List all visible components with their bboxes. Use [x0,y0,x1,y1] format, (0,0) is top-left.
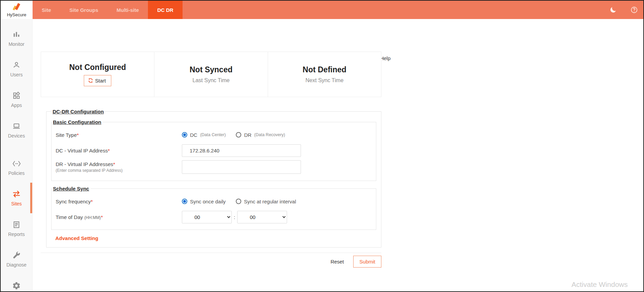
hour-select[interactable]: 00 [182,211,232,223]
dr-virtual-ip-label: DR - Virtual IP Addresses* (Enter comma … [56,161,182,173]
dr-virtual-ip-hint: (Enter comma separated IP Address) [56,168,182,173]
status-title: Not Defined [303,65,346,74]
radio-option-sync-regular-interval[interactable]: Sync at regular interval [236,199,296,204]
dc-virtual-ip-label: DC - Virtual IP Address* [56,148,182,153]
tab-site[interactable]: Site [33,1,60,19]
dark-mode-moon-icon[interactable] [609,6,617,14]
navbar-actions [609,1,643,19]
sidebar-item-label: Diagnose [6,262,26,268]
time-of-day-row: Time of Day (HH:MM)* 00 : 00 [52,209,376,225]
advanced-setting-link[interactable]: Advanced Setting [55,235,98,241]
status-card-next-sync: Not Defined Next Sync Time [268,52,381,97]
help-link[interactable]: Help [380,55,391,61]
time-format-note: (HH:MM) [84,215,101,220]
dr-virtual-ip-input[interactable] [182,160,301,174]
sidebar-item-label: Monitor [8,41,24,47]
sidebar-item-reports[interactable]: Reports [1,217,32,240]
status-subtitle: Next Sync Time [305,77,343,84]
dcdr-configuration-legend: DC-DR Configuration [51,109,105,114]
reset-button[interactable]: Reset [330,259,344,264]
brand-logo: HySecure [1,1,33,19]
sidebar-item-sites[interactable]: Sites [1,187,32,209]
sidebar-item-policies[interactable]: Policies [1,156,32,179]
dr-virtual-ip-row: DR - Virtual IP Addresses* (Enter comma … [52,158,376,176]
tab-site-groups[interactable]: Site Groups [60,1,108,19]
help-circle-icon[interactable] [630,6,638,14]
dc-virtual-ip-input[interactable] [182,144,301,157]
required-asterisk: * [113,161,115,167]
sidebar-item-diagnose[interactable]: Diagnose [1,248,32,270]
sync-frequency-radio-group: Sync once daily Sync at regular interval [182,199,296,204]
required-asterisk: * [91,199,93,204]
status-card-configuration: Not Configured Start [41,52,154,97]
sidebar-item-devices[interactable]: Devices [1,119,32,141]
wrench-icon [12,251,21,260]
sidebar-item-users[interactable]: Users [1,58,32,80]
sync-frequency-label: Sync frequency* [56,199,182,204]
top-bar: HySecure Site Site Groups Multi-site DC … [1,1,643,19]
tab-multi-site[interactable]: Multi-site [108,1,148,19]
dcdr-configuration-fieldset: DC-DR Configuration Basic Configuration … [46,109,381,248]
sidebar-item-settings[interactable]: Settings [1,278,32,292]
sidebar-item-monitor[interactable]: Monitor [1,27,32,50]
radio-option-dc[interactable]: DC (Data Center) [182,132,226,138]
sidebar-item-label: Reports [8,232,25,237]
schedule-sync-fieldset: Schedule Sync Sync frequency* Sync once … [51,186,376,230]
sidebar-item-label: Apps [11,103,22,108]
minute-select[interactable]: 00 [237,211,287,223]
activate-windows-watermark: Activate Windows [571,280,628,289]
radio-sync-regular-interval[interactable] [236,199,241,204]
app-window: HySecure Site Site Groups Multi-site DC … [0,0,644,292]
user-icon [12,60,21,70]
hysecure-logo-icon [11,2,22,12]
basic-configuration-legend: Basic Configuration [52,119,103,125]
bar-chart-icon [12,30,21,39]
basic-configuration-fieldset: Basic Configuration Site Type* DC (Data … [51,119,376,181]
time-separator: : [234,214,235,220]
tab-dc-dr[interactable]: DC DR [148,1,183,19]
radio-option-sync-once-daily[interactable]: Sync once daily [182,199,226,204]
sidebar-item-label: Sites [11,201,22,206]
required-asterisk: * [101,214,103,220]
laptop-icon [12,122,21,131]
dc-virtual-ip-row: DC - Virtual IP Address* [52,143,376,158]
status-title: Not Configured [69,63,126,72]
site-type-label: Site Type* [56,132,182,138]
site-type-row: Site Type* DC (Data Center) DR [52,127,376,143]
submit-button[interactable]: Submit [353,256,381,268]
sidebar-item-apps[interactable]: Apps [1,88,32,111]
time-of-day-controls: 00 : 00 [182,211,287,223]
radio-option-dr[interactable]: DR (Data Recovery) [236,132,285,138]
required-asterisk: * [108,148,110,153]
form-footer-actions: Reset Submit [41,256,381,268]
document-icon [12,220,21,229]
gear-icon [12,281,21,290]
apps-grid-icon [12,91,21,100]
start-button[interactable]: Start [84,75,111,86]
main-content: Upload Token Download Token Import [33,19,643,291]
radio-dr[interactable] [236,132,241,138]
required-asterisk: * [77,132,79,138]
sidebar: Monitor Users Apps Devices [1,19,33,291]
brand-name: HySecure [7,12,26,17]
sync-refresh-icon [88,78,93,83]
footer-divider [41,253,381,253]
sidebar-item-label: Devices [8,133,25,139]
sidebar-item-label: Policies [8,170,24,176]
sync-frequency-row: Sync frequency* Sync once daily Sync at … [52,194,376,209]
radio-dc[interactable] [182,132,187,138]
radio-sync-once-daily[interactable] [182,199,187,204]
sidebar-item-label: Users [10,72,23,77]
status-title: Not Synced [190,65,233,74]
status-subtitle: Last Sync Time [192,77,229,84]
code-brackets-icon [12,159,21,168]
time-of-day-label: Time of Day (HH:MM)* [56,214,182,220]
swap-arrows-icon [12,189,21,199]
site-type-radio-group: DC (Data Center) DR (Data Recovery) [182,132,285,138]
status-card-last-sync: Not Synced Last Sync Time [154,52,268,97]
schedule-sync-legend: Schedule Sync [52,186,91,191]
start-button-label: Start [95,78,106,84]
top-navbar: Site Site Groups Multi-site DC DR [33,1,643,19]
status-cards: Not Configured Start Not Synced Last Syn… [41,52,381,97]
